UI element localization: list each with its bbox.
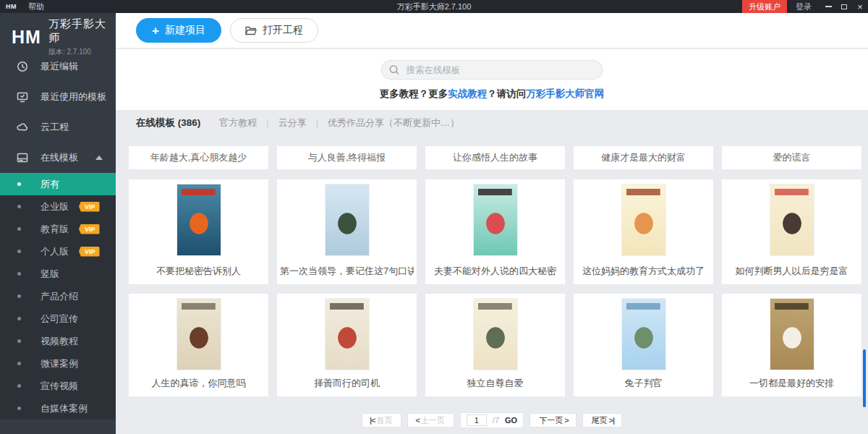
template-card[interactable]: 兔子判官 — [574, 294, 713, 396]
template-thumbnail — [176, 298, 221, 370]
template-title: 让你感悟人生的故事 — [453, 151, 537, 164]
template-card[interactable]: 健康才是最大的财富 — [574, 146, 713, 169]
prev-page-label: 上一页 — [421, 415, 445, 426]
promo-text: 更多教程？更多 — [380, 88, 448, 99]
page-jump-group: /7 GO — [460, 412, 524, 428]
sidebar-item-cloud-projects[interactable]: 云工程 — [0, 112, 116, 142]
subitem-label: 个人版 — [41, 245, 69, 258]
sidebar-subitem-media-case[interactable]: 自媒体案例 — [0, 397, 116, 420]
tab-online-templates[interactable]: 在线模板 (386) — [136, 116, 200, 129]
tab-cloud-share[interactable]: 云分享 — [278, 116, 307, 129]
prev-page-button[interactable]: < 上一页 — [407, 413, 454, 427]
prev-page-icon: < — [415, 416, 419, 425]
last-page-icon: >| — [609, 416, 615, 425]
template-card[interactable]: 爱的谎言 — [722, 146, 861, 169]
new-project-button[interactable]: + 新建项目 — [136, 18, 221, 43]
cloud-icon — [16, 121, 29, 134]
go-button[interactable]: GO — [505, 416, 517, 425]
subitem-label: 企业版 — [41, 200, 69, 213]
official-site-link[interactable]: 万彩手影大师官网 — [526, 88, 604, 99]
minimize-button[interactable] — [820, 0, 836, 13]
page-number-input[interactable] — [467, 414, 487, 426]
template-card[interactable]: 与人良善,终得福报 — [277, 146, 417, 169]
subitem-label: 竖版 — [41, 268, 59, 281]
template-card[interactable]: 第一次当领导，要记住这7句口诀 — [277, 179, 417, 284]
minimize-icon — [825, 6, 832, 7]
template-card[interactable]: 人生的真谛，你同意吗 — [129, 294, 268, 396]
search-box — [381, 60, 603, 80]
dot-icon — [17, 407, 21, 410]
tab-excellent-works[interactable]: 优秀作品分享（不断更新中…） — [328, 116, 459, 129]
template-title: 一切都是最好的安排 — [725, 377, 859, 390]
sidebar-subitem-company-promo[interactable]: 公司宣传 — [0, 307, 116, 330]
template-card[interactable]: 一切都是最好的安排 — [722, 294, 861, 396]
template-card[interactable]: 如何判断男人以后是穷是富 — [722, 179, 861, 284]
dot-icon — [17, 362, 21, 365]
sidebar-item-label: 在线模板 — [41, 151, 78, 164]
template-icon — [16, 151, 29, 164]
subitem-label: 所有 — [41, 178, 59, 191]
open-project-button[interactable]: 打开工程 — [230, 18, 318, 43]
sidebar-item-recent-templates[interactable]: 最近使用的模板 — [0, 82, 116, 112]
template-title: 择善而行的司机 — [280, 377, 414, 390]
dot-icon — [17, 339, 21, 343]
sidebar-item-recent-edits[interactable]: 最近编辑 — [0, 51, 116, 82]
template-title: 爱的谎言 — [773, 151, 811, 164]
template-title: 这位妈妈的教育方式太成功了 — [576, 265, 710, 278]
dot-icon — [17, 227, 21, 231]
online-templates-submenu: 所有 企业版 VIP 教育版 VIP 个人版 VIP 竖版 产品介绍 公司宣传 — [0, 173, 116, 420]
last-page-label: 尾页 — [592, 415, 608, 426]
template-title: 兔子判官 — [576, 377, 710, 390]
search-input[interactable] — [381, 60, 603, 80]
maximize-button[interactable] — [836, 0, 852, 13]
last-page-button[interactable]: 尾页 >| — [582, 413, 623, 427]
sidebar-item-label: 最近编辑 — [41, 60, 78, 73]
sidebar-subitem-promo-video[interactable]: 宣传视频 — [0, 375, 116, 397]
sidebar-subitem-all[interactable]: 所有 — [0, 173, 116, 195]
template-card[interactable]: 夫妻不能对外人说的四大秘密 — [425, 179, 565, 284]
template-thumbnail — [176, 184, 221, 256]
vip-badge: VIP — [79, 247, 100, 257]
maximize-icon — [841, 4, 847, 9]
sidebar-subitem-product-intro[interactable]: 产品介绍 — [0, 285, 116, 307]
template-thumbnail — [473, 298, 518, 370]
template-card[interactable]: 不要把秘密告诉别人 — [129, 179, 268, 284]
sidebar-item-online-templates[interactable]: 在线模板 — [0, 142, 116, 173]
template-card[interactable]: 让你感悟人生的故事 — [425, 146, 565, 169]
tab-official-tutorials[interactable]: 官方教程 — [219, 116, 257, 129]
subitem-label: 微课案例 — [41, 357, 78, 370]
template-thumbnail — [473, 184, 518, 256]
tab-separator: | — [316, 118, 318, 129]
dot-icon — [17, 317, 21, 320]
next-page-icon: > — [564, 416, 568, 425]
sidebar-subitem-enterprise[interactable]: 企业版 VIP — [0, 195, 116, 218]
sidebar-subitem-micro-course[interactable]: 微课案例 — [0, 352, 116, 375]
scrollbar-thumb[interactable] — [863, 349, 866, 407]
sidebar-item-label: 云工程 — [41, 121, 69, 134]
template-card[interactable]: 年龄越大,真心朋友越少 — [129, 146, 268, 169]
sidebar-subitem-video-tutorial[interactable]: 视频教程 — [0, 330, 116, 352]
next-page-button[interactable]: 下一页 > — [529, 413, 576, 427]
template-thumbnail — [621, 184, 666, 256]
close-button[interactable]: × — [852, 0, 868, 13]
card-row-2: 人生的真谛，你同意吗 择善而行的司机 独立自尊自爱 兔子判官 一切都是最好的安排 — [129, 294, 861, 396]
chevron-up-icon[interactable] — [95, 156, 103, 160]
vip-badge: VIP — [79, 224, 100, 234]
template-card[interactable]: 这位妈妈的教育方式太成功了 — [574, 179, 713, 284]
login-button[interactable]: 登录 — [787, 1, 820, 12]
sidebar-subitem-education[interactable]: 教育版 VIP — [0, 218, 116, 240]
dot-icon — [17, 250, 21, 253]
sidebar-item-label: 最近使用的模板 — [41, 90, 106, 103]
sidebar-subitem-personal[interactable]: 个人版 VIP — [0, 240, 116, 263]
promo-line: 更多教程？更多实战教程？请访问万彩手影大师官网 — [116, 88, 868, 101]
sidebar-subitem-vertical[interactable]: 竖版 — [0, 263, 116, 285]
subitem-label: 公司宣传 — [41, 312, 78, 326]
template-card[interactable]: 择善而行的司机 — [277, 294, 417, 396]
upgrade-account-button[interactable]: 升级账户 — [742, 0, 787, 13]
content-tabs: 在线模板 (386) 官方教程 | 云分享 | 优秀作品分享（不断更新中…） — [136, 114, 854, 132]
menu-help[interactable]: 帮助 — [28, 1, 44, 12]
first-page-label: 首页 — [376, 415, 392, 426]
practical-tutorials-link[interactable]: 实战教程 — [448, 88, 487, 99]
first-page-button[interactable]: |< 首页 — [362, 413, 402, 427]
template-card[interactable]: 独立自尊自爱 — [425, 294, 565, 396]
